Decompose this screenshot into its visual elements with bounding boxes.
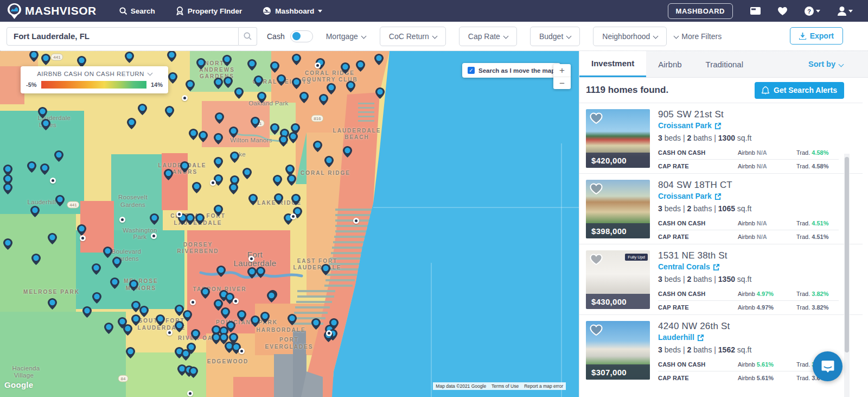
property-map-pin[interactable]	[237, 310, 246, 322]
property-photo[interactable]: $307,000	[586, 321, 650, 380]
property-map-pin[interactable]	[104, 323, 113, 334]
property-map-pin[interactable]	[257, 92, 266, 103]
property-map-pin[interactable]	[346, 81, 355, 92]
property-map-pin[interactable]	[260, 312, 270, 323]
neighborhood-link[interactable]: Croissant Park	[658, 121, 839, 130]
neighborhood-link[interactable]: Lauderhill	[658, 333, 839, 342]
property-card[interactable]: $398,000 804 SW 18TH CT Croissant Park 3…	[579, 173, 863, 244]
property-map-pin[interactable]	[38, 107, 47, 118]
poi-dot[interactable]	[290, 213, 296, 219]
map[interactable]: NORTHANDREWSGARDENSCORAL HEIGHTSCORAL RI…	[0, 51, 579, 397]
poi-dot[interactable]	[353, 218, 359, 224]
tab-investment[interactable]: Investment	[579, 51, 646, 77]
property-photo[interactable]: Fully Upd $430,000	[586, 250, 650, 309]
property-map-pin[interactable]	[54, 150, 63, 162]
chat-widget-button[interactable]	[813, 351, 843, 381]
property-map-pin[interactable]	[374, 54, 384, 65]
property-address[interactable]: 4240 NW 26th St	[658, 321, 839, 332]
panel-scrollbar[interactable]	[844, 154, 850, 397]
property-map-pin[interactable]	[192, 182, 201, 193]
poi-dot[interactable]	[239, 348, 245, 354]
property-map-pin[interactable]	[77, 56, 86, 67]
property-map-pin[interactable]	[341, 62, 350, 74]
poi-dot[interactable]	[248, 256, 254, 262]
property-map-pin[interactable]	[251, 316, 260, 327]
property-map-pin[interactable]	[287, 174, 296, 186]
property-map-pin[interactable]	[214, 157, 223, 168]
property-map-pin[interactable]	[215, 112, 224, 124]
property-map-pin[interactable]	[327, 83, 336, 94]
property-map-pin[interactable]	[299, 92, 309, 103]
mashvisor-logo[interactable]: MASHVISOR	[8, 3, 97, 19]
neighborhood-link[interactable]: Central Corals	[658, 262, 839, 271]
poi-dot[interactable]	[190, 299, 196, 305]
property-map-pin[interactable]	[291, 123, 300, 135]
poi-dot[interactable]	[151, 233, 157, 239]
property-map-pin[interactable]	[375, 87, 385, 99]
user-icon[interactable]	[838, 7, 853, 16]
property-map-pin[interactable]	[189, 367, 198, 378]
property-map-pin[interactable]	[125, 52, 134, 63]
property-map-pin[interactable]	[139, 306, 149, 317]
property-card[interactable]: $420,000 905 SW 21st St Croissant Park 3…	[579, 103, 863, 173]
property-map-pin[interactable]	[270, 123, 279, 135]
report-map-error-link[interactable]: Report a map error	[521, 382, 566, 390]
heatmap-legend[interactable]: AIRBNB CASH ON CASH RETURN -5% 14%	[21, 66, 168, 93]
property-photo[interactable]: $398,000	[586, 180, 650, 238]
property-map-pin[interactable]	[112, 257, 122, 268]
poi-dot[interactable]	[182, 95, 188, 101]
property-map-pin[interactable]	[292, 78, 301, 89]
scrollbar-thumb[interactable]	[845, 157, 849, 352]
property-map-pin[interactable]	[30, 206, 40, 217]
property-card[interactable]: Fully Upd $430,000 1531 NE 38th St Centr…	[579, 244, 863, 314]
property-map-pin[interactable]	[181, 349, 190, 361]
property-map-pin[interactable]	[199, 131, 208, 142]
property-map-pin[interactable]	[277, 74, 286, 86]
property-map-pin[interactable]	[324, 156, 334, 167]
property-map-pin[interactable]	[180, 161, 189, 173]
property-map-pin[interactable]	[3, 183, 12, 194]
poi-dot[interactable]	[80, 235, 86, 241]
property-map-pin[interactable]	[175, 321, 184, 332]
favorite-heart-icon[interactable]	[589, 112, 603, 124]
property-map-pin[interactable]	[196, 58, 206, 70]
favorite-heart-icon[interactable]	[589, 253, 603, 266]
property-map-pin[interactable]	[291, 194, 301, 205]
property-map-pin[interactable]	[251, 117, 260, 128]
checkbox-checked-icon[interactable]: ✓	[468, 67, 475, 74]
property-map-pin[interactable]	[164, 169, 173, 180]
terms-of-use-link[interactable]: Terms of Use	[489, 382, 521, 390]
location-search-button[interactable]	[239, 27, 257, 46]
property-map-pin[interactable]	[103, 247, 112, 258]
property-map-pin[interactable]	[279, 135, 288, 147]
property-map-pin[interactable]	[242, 168, 252, 179]
poi-dot[interactable]	[119, 217, 125, 223]
property-map-pin[interactable]	[256, 267, 265, 278]
tab-traditional[interactable]: Traditional	[694, 51, 755, 77]
property-map-pin[interactable]	[247, 59, 257, 71]
property-map-pin[interactable]	[195, 213, 205, 225]
property-map-pin[interactable]	[150, 213, 159, 225]
help-icon[interactable]: ?	[805, 7, 820, 16]
property-address[interactable]: 905 SW 21st St	[658, 109, 839, 120]
sort-by-dropdown[interactable]: Sort by	[808, 51, 868, 77]
property-map-pin[interactable]	[216, 266, 226, 277]
property-map-pin[interactable]	[229, 183, 238, 194]
legend-title[interactable]: AIRBNB CASH ON CASH RETURN	[26, 71, 163, 77]
property-map-pin[interactable]	[31, 254, 41, 265]
property-map-pin[interactable]	[201, 287, 210, 299]
location-search-input[interactable]	[7, 27, 239, 46]
property-map-pin[interactable]	[254, 75, 263, 87]
poi-dot[interactable]	[326, 330, 332, 336]
filter-dropdown-cap-rate[interactable]: Cap Rate	[459, 27, 517, 46]
property-map-pin[interactable]	[127, 118, 136, 129]
poi-dot[interactable]	[167, 330, 173, 336]
heart-icon[interactable]	[778, 7, 787, 15]
nav-mashboard[interactable]: Mashboard	[263, 7, 322, 15]
property-map-pin[interactable]	[156, 314, 165, 326]
property-map-pin[interactable]	[248, 194, 258, 205]
property-photo[interactable]: $420,000	[586, 109, 650, 168]
cash-mortgage-toggle[interactable]	[290, 30, 313, 42]
favorite-heart-icon[interactable]	[589, 182, 603, 195]
property-map-pin[interactable]	[288, 314, 297, 325]
